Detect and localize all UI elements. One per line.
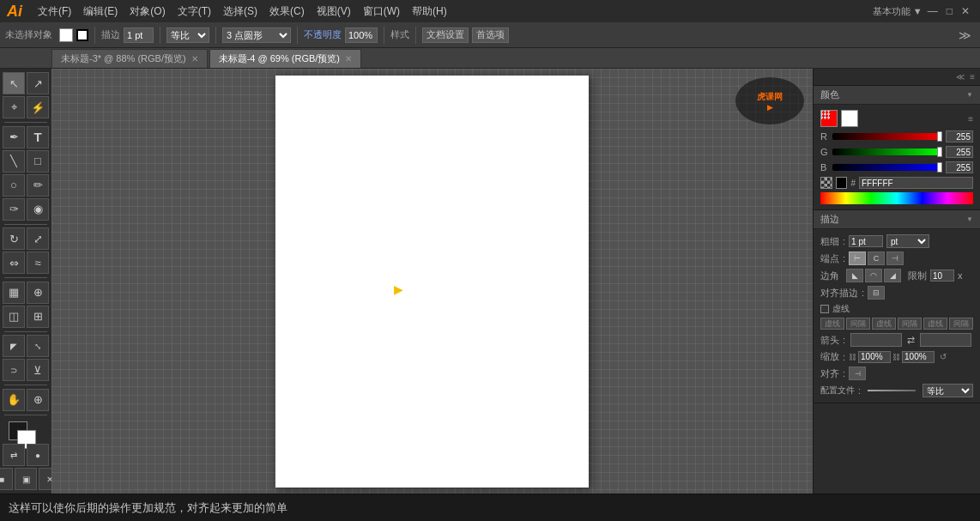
hand-tool[interactable]: ✋	[3, 389, 25, 411]
dash-gap-3[interactable]: 间隔	[949, 318, 973, 330]
reshape-tool[interactable]: ⤡	[27, 335, 49, 357]
color-fg-swatch[interactable]	[820, 110, 838, 127]
opacity-input[interactable]	[345, 27, 378, 43]
g-thumb[interactable]	[937, 147, 942, 157]
r-value-input[interactable]	[946, 130, 973, 142]
weight-unit-select[interactable]: pt	[886, 234, 929, 248]
cap-butt-btn[interactable]: ⊢	[849, 251, 866, 265]
tab-2[interactable]: 未标题-4 @ 69% (RGB/预览) ✕	[209, 49, 361, 68]
tab-1-close[interactable]: ✕	[191, 54, 198, 64]
none-mode-btn[interactable]: ✕	[39, 468, 51, 490]
g-value-input[interactable]	[946, 146, 973, 158]
rotate-tool[interactable]: ↻	[3, 227, 25, 250]
menu-window[interactable]: 窗口(W)	[358, 3, 405, 21]
r-thumb[interactable]	[937, 131, 942, 142]
dash-box-3[interactable]: 虚线	[923, 318, 947, 330]
r-slider[interactable]	[832, 133, 942, 140]
pencil-tool[interactable]: ✑	[3, 198, 25, 221]
doc-setup-btn[interactable]: 文档设置	[422, 27, 469, 43]
scale-reset-icon[interactable]: ↺	[940, 352, 947, 361]
ellipse-tool[interactable]: ○	[3, 174, 25, 197]
cap-square-btn[interactable]: ⊣	[886, 251, 904, 265]
blend-tool[interactable]: ⊃	[3, 359, 25, 381]
dash-gap-2[interactable]: 间隔	[898, 318, 922, 330]
limit-input[interactable]	[930, 270, 954, 282]
hex-input[interactable]	[859, 177, 973, 189]
stroke-panel-header[interactable]: 描边 ▼	[814, 210, 980, 229]
scale-input-1[interactable]	[858, 351, 891, 363]
stroke-value-input[interactable]	[124, 27, 154, 43]
align-left-btn[interactable]: ⊣	[849, 367, 866, 380]
maximize-btn[interactable]: □	[943, 5, 956, 17]
stroke-swatch[interactable]	[76, 29, 88, 41]
b-slider[interactable]	[832, 164, 942, 171]
scale-input-2[interactable]	[902, 351, 935, 363]
arrow-swap-icon[interactable]: ⇄	[907, 335, 915, 346]
prefs-btn[interactable]: 首选项	[472, 27, 509, 43]
panel-menu-icon[interactable]: ≡	[968, 72, 977, 82]
menu-object[interactable]: 对象(O)	[124, 3, 170, 21]
eyedropper-tool[interactable]: ⊻	[27, 359, 49, 381]
corner-miter-btn[interactable]: ◣	[846, 269, 863, 282]
swap-colors-btn[interactable]: ⇄	[3, 444, 25, 466]
dash-checkbox[interactable]	[820, 305, 829, 313]
color-panel-header[interactable]: 颜色 ▼	[814, 86, 980, 105]
shape-select[interactable]: 3 点圆形	[222, 27, 291, 43]
color-panel-menu-icon[interactable]: ≡	[968, 114, 973, 124]
tab-2-close[interactable]: ✕	[345, 54, 352, 64]
hex-black-swatch[interactable]	[836, 177, 848, 189]
tab-1[interactable]: 未标题-3* @ 88% (RGB/预览) ✕	[51, 49, 208, 68]
canvas-document[interactable]	[275, 76, 589, 488]
direct-select-tool[interactable]: ↗	[27, 72, 49, 94]
dash-box-1[interactable]: 虚线	[820, 318, 844, 330]
arrow-end-select[interactable]	[920, 333, 971, 347]
magic-wand-tool[interactable]: ⚡	[27, 96, 49, 118]
menu-effect[interactable]: 效果(C)	[264, 3, 310, 21]
gradient-mode-btn[interactable]: ▣	[15, 468, 37, 490]
lasso-tool[interactable]: ⌖	[3, 96, 25, 118]
text-tool[interactable]: T	[27, 126, 49, 148]
line-tool[interactable]: ╲	[3, 150, 25, 173]
g-slider[interactable]	[832, 148, 942, 155]
menu-view[interactable]: 视图(V)	[312, 3, 356, 21]
symbol-tool[interactable]: ⊕	[27, 282, 49, 304]
transform-tool[interactable]: ◤	[3, 335, 25, 357]
dash-box-2[interactable]: 虚线	[872, 318, 896, 330]
fill-swatch[interactable]	[59, 28, 73, 42]
weight-input[interactable]	[849, 235, 883, 247]
menu-file[interactable]: 文件(F)	[33, 3, 76, 21]
close-btn[interactable]: ✕	[958, 5, 973, 17]
b-thumb[interactable]	[937, 162, 942, 173]
profile-select[interactable]: 等比	[923, 384, 973, 397]
graph-tool[interactable]: ▦	[3, 282, 25, 304]
corner-bevel-btn[interactable]: ◢	[884, 269, 901, 282]
brush-tool[interactable]: ✏	[27, 174, 49, 197]
color-mode-btn[interactable]: ■	[0, 468, 13, 490]
b-value-input[interactable]	[946, 161, 973, 173]
canvas-area[interactable]: ▶ 虎课网 ▶	[51, 69, 813, 494]
menu-edit[interactable]: 编辑(E)	[78, 3, 123, 21]
warp-tool[interactable]: ≈	[27, 251, 49, 274]
default-colors-btn[interactable]: ●	[27, 444, 49, 466]
right-panel-toggle[interactable]: ≫	[955, 28, 975, 42]
equal-select[interactable]: 等比	[166, 27, 209, 43]
width-tool[interactable]: ⇔	[3, 251, 25, 274]
rect-tool[interactable]: □	[27, 150, 49, 173]
blob-brush-tool[interactable]: ◉	[27, 198, 49, 221]
pen-tool[interactable]: ✒	[3, 126, 25, 148]
panel-collapse-icon[interactable]: ≪	[954, 72, 966, 82]
select-tool[interactable]: ↖	[3, 72, 25, 94]
menu-help[interactable]: 帮助(H)	[407, 3, 452, 21]
minimize-btn[interactable]: —	[924, 5, 941, 17]
color-spectrum[interactable]	[820, 192, 973, 204]
mesh-tool[interactable]: ⊞	[27, 306, 49, 328]
align-center-btn[interactable]: ⊟	[868, 286, 885, 300]
menu-text[interactable]: 文字(T)	[172, 3, 216, 21]
corner-round-btn[interactable]: ◠	[865, 269, 882, 282]
scale-tool[interactable]: ⤢	[27, 227, 49, 250]
cap-round-btn[interactable]: C	[868, 251, 885, 265]
color-bg-swatch[interactable]	[841, 110, 858, 127]
gradient-tool[interactable]: ◫	[3, 306, 25, 328]
menu-select[interactable]: 选择(S)	[218, 3, 263, 21]
zoom-tool[interactable]: ⊕	[27, 389, 49, 411]
